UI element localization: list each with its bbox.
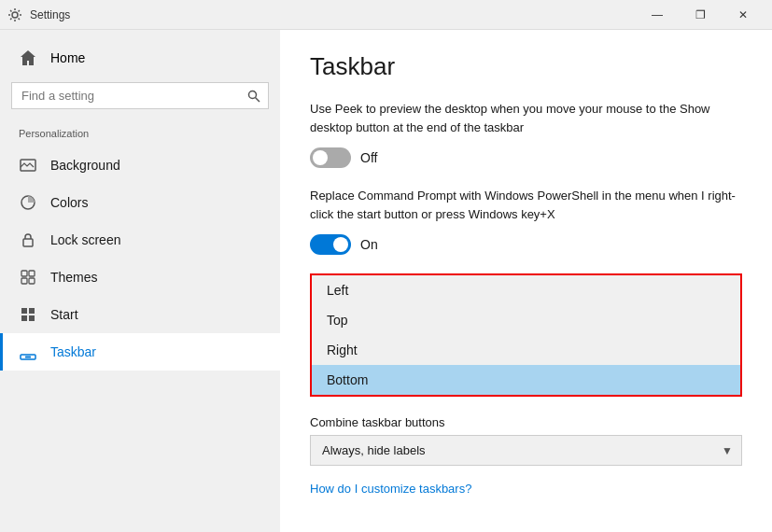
sidebar-label-start: Start [50,307,78,322]
home-icon [19,49,37,67]
svg-rect-8 [21,278,27,284]
position-right[interactable]: Right [312,335,740,365]
search-box [11,82,269,109]
sidebar-section-label: Personalization [0,124,280,147]
sidebar-item-themes[interactable]: Themes [0,259,280,296]
taskbar-icon [19,343,37,361]
peek-toggle-label: Off [360,150,377,165]
peek-toggle[interactable] [310,147,351,168]
sidebar-item-taskbar[interactable]: Taskbar [0,333,280,371]
svg-point-1 [249,91,257,98]
svg-rect-12 [21,315,27,321]
powershell-description: Replace Command Prompt with Windows Powe… [310,187,742,223]
position-bottom[interactable]: Bottom [312,365,740,395]
sidebar-home-button[interactable]: Home [0,30,280,82]
powershell-toggle-row: On [310,234,742,255]
position-list: Left Top Right Bottom [310,273,742,397]
sidebar-label-background: Background [50,158,120,173]
background-icon [19,156,37,175]
sidebar-home-label: Home [50,50,85,65]
sidebar-label-colors: Colors [50,195,88,210]
close-button[interactable]: ✕ [722,0,765,30]
svg-rect-7 [29,271,35,276]
position-top[interactable]: Top [312,305,740,335]
sidebar-label-lock-screen: Lock screen [50,232,120,247]
peek-toggle-row: Off [310,147,742,168]
svg-rect-10 [21,308,27,314]
powershell-toggle-label: On [360,237,378,252]
peek-toggle-knob [313,150,328,165]
svg-rect-9 [29,278,35,284]
title-bar: Settings — ❐ ✕ [0,0,772,30]
position-left[interactable]: Left [312,275,740,305]
svg-rect-5 [23,239,33,246]
powershell-toggle[interactable] [310,234,351,255]
app-body: Home Personalization Background [0,30,772,532]
search-input[interactable] [11,82,269,109]
page-title: Taskbar [310,52,742,81]
sidebar-label-taskbar: Taskbar [50,344,96,359]
sidebar-label-themes: Themes [50,270,98,285]
svg-line-2 [256,97,260,102]
svg-rect-13 [29,315,35,321]
svg-rect-15 [25,357,31,358]
search-icon [247,90,260,103]
combine-label: Combine taskbar buttons [310,415,742,429]
svg-rect-6 [21,271,27,276]
settings-app-icon [7,7,22,22]
lock-icon [19,231,37,249]
sidebar: Home Personalization Background [0,30,280,532]
search-button[interactable] [239,82,269,109]
svg-rect-11 [29,308,35,314]
title-bar-controls: — ❐ ✕ [636,0,765,30]
maximize-button[interactable]: ❐ [679,0,722,30]
sidebar-item-start[interactable]: Start [0,296,280,333]
title-bar-title: Settings [30,8,70,21]
colors-icon [19,193,37,212]
peek-description: Use Peek to preview the desktop when you… [310,100,742,136]
start-icon [19,305,37,324]
sidebar-item-background[interactable]: Background [0,147,280,184]
sidebar-item-lock-screen[interactable]: Lock screen [0,221,280,259]
svg-point-0 [12,12,18,18]
combine-dropdown[interactable]: Always, hide labels When taskbar is full… [310,435,742,466]
minimize-button[interactable]: — [636,0,679,30]
powershell-toggle-knob [333,237,348,252]
combine-dropdown-wrapper: Always, hide labels When taskbar is full… [310,435,742,466]
themes-icon [19,268,37,287]
title-bar-left: Settings [7,7,70,22]
content-area: Taskbar Use Peek to preview the desktop … [280,30,772,532]
customize-help-link[interactable]: How do I customize taskbars? [310,482,471,496]
sidebar-item-colors[interactable]: Colors [0,184,280,221]
